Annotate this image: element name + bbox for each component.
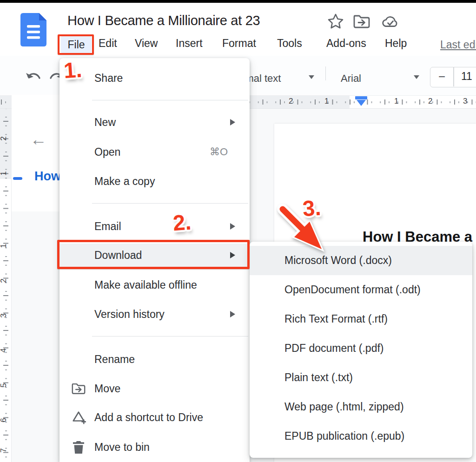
submenu-item-opendocument[interactable]: OpenDocument format (.odt) [250, 275, 472, 304]
menu-item-make-a-copy[interactable]: Make a copy [60, 170, 250, 193]
vruler-num: 6 [0, 418, 8, 422]
menubar-item-addons[interactable]: Add-ons [326, 37, 366, 50]
annotation-step-3: 3. [302, 195, 322, 222]
move-to-folder-icon [71, 381, 86, 396]
menu-divider [92, 336, 248, 337]
hruler-num: 1 [324, 97, 329, 106]
browser-edge-bar [0, 0, 476, 3]
annotation-step-2: 2. [172, 209, 192, 236]
font-family-select[interactable]: Arial [341, 73, 361, 85]
menu-item-new[interactable]: New [60, 111, 250, 134]
left-indent-handle[interactable] [357, 100, 366, 106]
trash-icon [71, 439, 86, 455]
last-edit-link[interactable]: Last edit [440, 39, 476, 51]
hruler-num: 1 [394, 97, 398, 106]
submenu-item-plain-text[interactable]: Plain text (.txt) [250, 363, 472, 392]
submenu-item-pdf[interactable]: PDF document (.pdf) [250, 334, 472, 363]
menubar-item-format[interactable]: Format [222, 37, 256, 50]
vruler-num: 2 [0, 136, 8, 140]
document-title[interactable]: How I Became a Millionaire at 23 [67, 13, 260, 28]
menu-item-open[interactable]: Open⌘O [60, 140, 250, 164]
paragraph-style-dropdown-icon[interactable] [309, 75, 314, 79]
toolbar-divider [325, 66, 326, 80]
drive-add-shortcut-icon [71, 409, 86, 425]
shortcut-label: ⌘O [210, 146, 228, 158]
font-size-control: − 11 [430, 67, 476, 87]
menu-item-move[interactable]: Move [60, 377, 250, 400]
outline-indent-dash [13, 177, 22, 180]
font-size-value[interactable]: 11 [461, 70, 472, 83]
annotation-arrow-icon [272, 200, 330, 257]
hruler-num: 2 [428, 97, 432, 106]
first-line-indent-handle[interactable] [355, 96, 367, 99]
menu-divider [92, 100, 248, 100]
move-to-folder-icon[interactable] [353, 13, 370, 29]
vertical-ruler: 2 1 1 2 3 4 5 6 7 [0, 109, 12, 462]
document-outline-panel: ← How [12, 95, 60, 211]
google-docs-logo-icon[interactable] [20, 13, 46, 46]
vruler-num: 7 [0, 448, 8, 452]
annotation-box-file [58, 34, 94, 55]
close-outline-arrow-icon[interactable]: ← [30, 131, 47, 148]
submenu-arrow-icon [230, 119, 235, 125]
submenu-item-rich-text[interactable]: Rich Text Format (.rtf) [250, 304, 472, 334]
vruler-num: 4 [0, 348, 8, 352]
menubar-item-view[interactable]: View [135, 37, 158, 50]
undo-icon[interactable] [24, 71, 44, 84]
vruler-num: 1 [0, 244, 8, 248]
cloud-saved-icon[interactable] [380, 13, 400, 29]
submenu-item-web-page[interactable]: Web page (.html, zipped) [250, 392, 472, 422]
menubar-item-tools[interactable]: Tools [277, 37, 302, 50]
annotation-box-download [57, 240, 250, 269]
google-docs-app: { "colors":{"accent_red":"#f23b1e","docs… [0, 0, 476, 462]
outline-heading-entry[interactable]: How [34, 169, 60, 184]
menubar-item-help[interactable]: Help [385, 37, 407, 50]
decrease-font-size-button[interactable]: − [430, 67, 453, 86]
vruler-num: 2 [0, 278, 8, 283]
hruler-num: 3 [463, 97, 467, 106]
font-size-divider [453, 67, 454, 86]
submenu-arrow-icon [230, 223, 235, 230]
menu-item-version-history[interactable]: Version history [60, 303, 250, 326]
annotation-step-1: 1. [63, 57, 83, 84]
download-submenu: Microsoft Word (.docx) OpenDocument form… [250, 242, 472, 458]
menubar-item-edit[interactable]: Edit [99, 37, 117, 50]
submenu-item-epub[interactable]: EPUB publication (.epub) [250, 422, 472, 451]
menu-divider [92, 203, 248, 204]
menu-item-share[interactable]: Share [60, 66, 250, 90]
star-icon[interactable] [327, 13, 344, 30]
font-family-dropdown-icon[interactable] [414, 75, 419, 79]
ruler-ticks [0, 109, 12, 462]
vruler-num: 3 [0, 313, 8, 317]
hruler-num: 2 [289, 97, 293, 106]
indent-marker[interactable] [355, 96, 367, 106]
submenu-arrow-icon [230, 311, 235, 317]
menu-item-email[interactable]: Email [60, 215, 250, 238]
menubar-item-insert[interactable]: Insert [176, 37, 203, 50]
menu-item-rename[interactable]: Rename [60, 348, 250, 371]
vruler-num: 1 [0, 171, 8, 175]
vruler-num: 5 [0, 383, 8, 387]
menu-item-add-shortcut-to-drive[interactable]: Add a shortcut to Drive [60, 406, 250, 429]
menu-item-move-to-bin[interactable]: Move to bin [60, 436, 250, 459]
menu-item-make-available-offline[interactable]: Make available offline [60, 273, 250, 297]
